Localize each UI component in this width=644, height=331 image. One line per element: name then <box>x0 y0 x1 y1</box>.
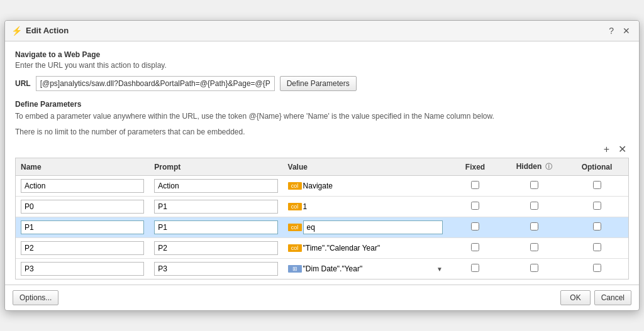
action-icon: ⚡ <box>11 26 22 36</box>
name-input[interactable] <box>21 241 144 255</box>
name-input[interactable] <box>21 262 144 276</box>
name-cell <box>16 238 149 259</box>
hidden-checkbox[interactable] <box>530 264 538 272</box>
value-text: "Dim Date"."Year" <box>303 264 435 273</box>
value-cell: col1 <box>283 197 448 217</box>
navigate-label: Navigate to a Web Page <box>15 50 629 59</box>
hidden-checkbox[interactable] <box>530 202 538 210</box>
prompt-cell <box>149 176 282 197</box>
prompt-input[interactable] <box>154 241 277 255</box>
hidden-checkbox[interactable] <box>530 243 538 251</box>
value-col-icon[interactable]: col <box>288 182 302 190</box>
ok-button[interactable]: OK <box>560 290 590 305</box>
table-row: col <box>16 217 628 238</box>
col-header-value: Value <box>283 158 448 176</box>
hidden-checkbox[interactable] <box>530 181 538 189</box>
fixed-checkbox[interactable] <box>471 264 479 272</box>
optional-cell <box>565 217 628 238</box>
value-dropdown-arrow[interactable]: ▼ <box>436 266 443 273</box>
table-row: col1 <box>16 197 628 217</box>
optional-cell <box>565 259 628 279</box>
hidden-cell <box>502 197 565 217</box>
name-input[interactable] <box>21 220 144 234</box>
hidden-info-icon: ⓘ <box>545 163 552 170</box>
name-cell <box>16 217 149 238</box>
name-cell <box>16 259 149 279</box>
fixed-cell <box>448 259 502 279</box>
navigate-desc: Enter the URL you want this action to di… <box>15 61 629 70</box>
prompt-input[interactable] <box>154 262 277 276</box>
edit-action-dialog: ⚡ Edit Action ? ✕ Navigate to a Web Page… <box>4 20 640 312</box>
optional-cell <box>565 176 628 197</box>
add-row-button[interactable]: + <box>601 143 612 156</box>
options-button[interactable]: Options... <box>13 290 58 305</box>
name-cell <box>16 176 149 197</box>
hidden-cell <box>502 259 565 279</box>
define-params-section: Define Parameters To embed a parameter v… <box>15 100 629 138</box>
value-grid-icon[interactable]: ⊞ <box>288 265 302 273</box>
prompt-cell <box>149 238 282 259</box>
prompt-cell <box>149 197 282 217</box>
name-cell <box>16 197 149 217</box>
optional-checkbox[interactable] <box>593 202 601 210</box>
hidden-checkbox[interactable] <box>530 222 538 231</box>
col-header-fixed: Fixed <box>448 158 502 176</box>
optional-cell <box>565 197 628 217</box>
col-header-prompt: Prompt <box>149 158 282 176</box>
fixed-cell <box>448 217 502 238</box>
hidden-cell <box>502 238 565 259</box>
value-text: "Time"."Calendar Year" <box>303 244 443 252</box>
dialog-footer: Options... OK Cancel <box>5 285 639 310</box>
define-params-button[interactable]: Define Parameters <box>280 76 357 91</box>
url-input[interactable] <box>36 76 275 91</box>
url-label: URL <box>15 79 31 88</box>
name-input[interactable] <box>21 200 144 214</box>
remove-row-button[interactable]: ✕ <box>616 142 629 156</box>
value-input[interactable] <box>303 220 443 234</box>
col-header-hidden: Hidden ⓘ <box>502 158 565 176</box>
fixed-checkbox[interactable] <box>471 181 479 189</box>
prompt-input[interactable] <box>154 220 277 234</box>
col-header-optional: Optional <box>565 158 628 176</box>
name-input[interactable] <box>21 179 144 193</box>
table-row: colNavigate <box>16 176 628 197</box>
value-text: Navigate <box>303 182 443 190</box>
optional-cell <box>565 238 628 259</box>
optional-checkbox[interactable] <box>593 243 601 251</box>
value-col-icon[interactable]: col <box>288 203 302 210</box>
dialog-title: Edit Action <box>26 26 69 35</box>
table-row: col"Time"."Calendar Year" <box>16 238 628 259</box>
value-cell: ⊞"Dim Date"."Year"▼ <box>283 259 448 279</box>
fixed-checkbox[interactable] <box>471 202 479 210</box>
value-cell: col"Time"."Calendar Year" <box>283 238 448 259</box>
value-cell: colNavigate <box>283 176 448 197</box>
close-button[interactable]: ✕ <box>620 24 633 37</box>
params-section-label: Define Parameters <box>15 100 629 109</box>
fixed-cell <box>448 238 502 259</box>
value-col-icon[interactable]: col <box>288 224 302 231</box>
fixed-checkbox[interactable] <box>471 222 479 231</box>
optional-checkbox[interactable] <box>593 181 601 189</box>
prompt-input[interactable] <box>154 200 277 214</box>
navigate-section: Navigate to a Web Page Enter the URL you… <box>15 50 629 91</box>
optional-checkbox[interactable] <box>593 222 601 231</box>
fixed-cell <box>448 176 502 197</box>
hidden-cell <box>502 217 565 238</box>
hidden-cell <box>502 176 565 197</box>
title-controls: ? ✕ <box>606 24 633 37</box>
params-table-wrapper: Name Prompt Value Fixed Hidden ⓘ Optiona… <box>15 158 629 279</box>
optional-checkbox[interactable] <box>593 264 601 272</box>
footer-left: Options... <box>13 290 58 305</box>
value-text: 1 <box>303 202 443 211</box>
prompt-input[interactable] <box>154 179 277 193</box>
col-header-name: Name <box>16 158 149 176</box>
value-cell: col <box>283 217 448 238</box>
fixed-checkbox[interactable] <box>471 243 479 251</box>
prompt-cell <box>149 217 282 238</box>
cancel-button[interactable]: Cancel <box>594 290 631 305</box>
footer-right: OK Cancel <box>560 290 631 305</box>
params-section-desc2: There is no limit to the number of param… <box>15 127 629 138</box>
prompt-cell <box>149 259 282 279</box>
value-col-icon[interactable]: col <box>288 244 302 252</box>
help-button[interactable]: ? <box>606 24 616 37</box>
